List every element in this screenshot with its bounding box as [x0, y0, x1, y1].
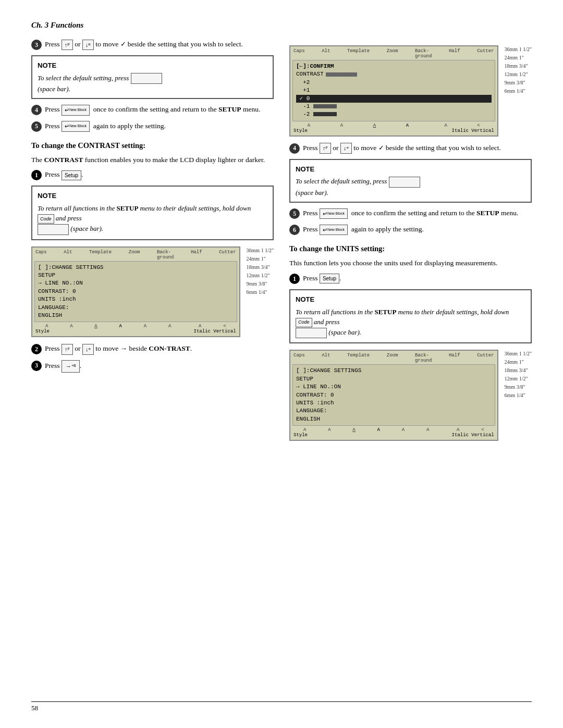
lcd-2-line4: CONTRAST: 0 [296, 391, 492, 399]
lcd-c-line4: +1 [296, 87, 492, 94]
step-4-text: Press ↵New Block once to confirm the set… [45, 104, 260, 115]
note-1-text: To select the default setting, press (sp… [38, 73, 267, 94]
lcd-2-line5: UNITS :inch [296, 399, 492, 407]
space-key-note3[interactable] [389, 177, 420, 188]
note-3-label: NOTE [296, 164, 525, 175]
step-5-text: Press ↵New Block again to apply the sett… [45, 121, 166, 132]
right-step-5-text: Press ↵New Block once to confirm the set… [303, 208, 518, 219]
note-1-label: NOTE [38, 60, 267, 71]
lcd-1-header: Caps Alt Template Zoom Back-ground Half … [34, 250, 237, 260]
lcd-display-2: Caps Alt Template Zoom Back-ground Half … [289, 350, 532, 441]
main-content: 3 Press ↑ F or ↓ ≡ to move ✓ beside the … [31, 39, 532, 447]
lcd-confirm-sizes: 36mm 1 1/2" 24mm 1" 18mm 3/4" 12mm 1/2" … [505, 45, 532, 95]
right-arrow-key[interactable]: →+B [62, 360, 80, 373]
units-heading: To change the UNITS setting: [289, 244, 532, 253]
right-step-4-circle: 4 [289, 143, 300, 154]
units-step-1-text: Press Setup. [303, 273, 341, 283]
up-key-2[interactable]: ↑F [62, 344, 73, 355]
lcd-c-line7: -2 [296, 110, 492, 118]
enter-key-4[interactable]: ↵New Block [62, 105, 90, 116]
lcd-1-line7: ENGLISH [38, 312, 234, 319]
enter-key-r6[interactable]: ↵New Block [320, 225, 348, 236]
lcd-confirm-outer: Caps Alt Template Zoom Back-ground Half … [289, 45, 498, 137]
note-2: NOTE To return all functions in the SETU… [31, 186, 274, 240]
lcd-confirm-header: Caps Alt Template Zoom Back-ground Half … [292, 48, 495, 59]
lcd-1-line2: SETUP [38, 272, 234, 279]
code-key-note4[interactable]: Code [296, 318, 312, 327]
lcd-c-line3: +2 [296, 79, 492, 87]
enter-key-5[interactable]: ↵New Block [62, 121, 90, 132]
down-key-2[interactable]: ↓≡ [82, 344, 94, 355]
r-down-key[interactable]: ↓≡ [340, 143, 352, 154]
step-5-item: 5 Press ↵New Block again to apply the se… [31, 121, 274, 132]
up-key[interactable]: ↑ F [62, 40, 73, 51]
lcd-1-screen: [ ]:CHANGE SETTINGS SETUP → LINE NO.:ON … [34, 261, 237, 323]
enter-key-r5[interactable]: ↵New Block [320, 208, 348, 219]
right-step-5-circle: 5 [289, 208, 300, 219]
lcd-2-line3: → LINE NO.:ON [296, 383, 492, 391]
r-setup-key[interactable]: Setup [320, 274, 339, 283]
lcd-2-outer: Caps Alt Template Zoom Back-ground Half … [289, 350, 498, 441]
units-step-1: 1 Press Setup. [289, 273, 532, 284]
step-3-item: 3 Press ↑ F or ↓ ≡ to move ✓ beside the … [31, 39, 274, 50]
contrast-step-3-text: Press →+B. [45, 360, 81, 373]
note-4-text: To return all functions in the SETUP men… [296, 307, 525, 339]
right-step-6-text: Press ↵New Block again to apply the sett… [303, 224, 424, 235]
note-2-label: NOTE [38, 191, 267, 201]
right-column: Caps Alt Template Zoom Back-ground Half … [289, 39, 532, 447]
step-4-circle: 4 [31, 105, 42, 115]
code-key-note2[interactable]: Code [38, 214, 54, 224]
lcd-1-line3: → LINE NO.:ON [38, 279, 234, 287]
lcd-2-line1: [ ]:CHANGE SETTINGS [296, 367, 492, 375]
space-key-note1[interactable] [131, 73, 162, 84]
r-up-key[interactable]: ↑F [320, 143, 331, 154]
contrast-step-2-circle: 2 [31, 344, 42, 354]
note-4-label: NOTE [296, 294, 525, 305]
right-step-6-circle: 6 [289, 225, 300, 235]
lcd-1-sizes: 36mm 1 1/2" 24mm 1" 18mm 3/4" 12mm 1/2" … [247, 246, 274, 297]
contrast-step-1: 1 Press Setup. [31, 169, 274, 180]
chapter-title: Ch. 3 Functions [31, 21, 532, 30]
step-3-circle: 3 [31, 40, 42, 50]
right-step-4-text: Press ↑F or ↓≡ to move ✓ beside the sett… [303, 143, 501, 154]
left-column: 3 Press ↑ F or ↓ ≡ to move ✓ beside the … [31, 39, 274, 447]
note-4: NOTE To return all functions in the SETU… [289, 289, 532, 343]
contrast-step-1-text: Press Setup. [45, 169, 83, 180]
lcd-confirm-screen: [←]:CONFIRM CONTRAST +2 +1 ✓ 0 -1 -2 [292, 60, 495, 121]
contrast-body: The CONTRAST function enables you to mak… [31, 154, 274, 166]
contrast-heading: To change the CONTRAST setting: [31, 141, 274, 150]
lcd-confirm-container: Caps Alt Template Zoom Back-ground Half … [289, 45, 498, 137]
contrast-step-3: 3 Press →+B. [31, 360, 274, 373]
lcd-1-line5: UNITS :inch [38, 295, 234, 303]
lcd-2-screen: [ ]:CHANGE SETTINGS SETUP → LINE NO.:ON … [292, 364, 495, 426]
note-1: NOTE To select the default setting, pres… [31, 55, 274, 99]
lcd-1-line1: [ ]:CHANGE SETTINGS [38, 264, 234, 272]
lcd-2-container: Caps Alt Template Zoom Back-ground Half … [289, 350, 498, 441]
lcd-c-line2: CONTRAST [296, 70, 492, 78]
contrast-step-1-circle: 1 [31, 170, 42, 180]
lcd-c-line6: -1 [296, 103, 492, 110]
space-key-note4[interactable] [296, 328, 327, 339]
lcd-c-line5: ✓ 0 [296, 95, 492, 103]
down-key[interactable]: ↓ ≡ [82, 40, 94, 51]
lcd-1-footer: AA A A AA A < [34, 324, 237, 329]
right-step-5: 5 Press ↵New Block once to confirm the s… [289, 208, 532, 219]
lcd-2-footer: AA A A AA A < [292, 427, 495, 433]
step-3-text: Press ↑ F or ↓ ≡ to move ✓ beside the se… [45, 39, 243, 50]
note-2-text: To return all functions in the SETUP men… [38, 203, 267, 235]
lcd-1-outer: Caps Alt Template Zoom Back-ground Half … [31, 246, 240, 338]
note-3: NOTE To select the default setting, pres… [289, 159, 532, 203]
page-number: 58 [31, 704, 38, 712]
lcd-1-container: Caps Alt Template Zoom Back-ground Half … [31, 246, 240, 338]
lcd-confirm-footer: AA A A A < [292, 123, 495, 128]
step-5-circle: 5 [31, 121, 42, 132]
note-3-text: To select the default setting, press (sp… [296, 176, 525, 198]
setup-key[interactable]: Setup [62, 170, 81, 180]
space-key-note2[interactable] [38, 224, 69, 235]
lcd-1-line6: LANGUAGE: [38, 304, 234, 312]
lcd-2-sizes: 36mm 1 1/2" 24mm 1" 18mm 3/4" 12mm 1/2" … [505, 350, 532, 400]
units-body: This function lets you choose the units … [289, 257, 532, 269]
units-step-1-circle: 1 [289, 274, 300, 284]
lcd-2-line2: SETUP [296, 375, 492, 383]
right-step-6: 6 Press ↵New Block again to apply the se… [289, 224, 532, 235]
